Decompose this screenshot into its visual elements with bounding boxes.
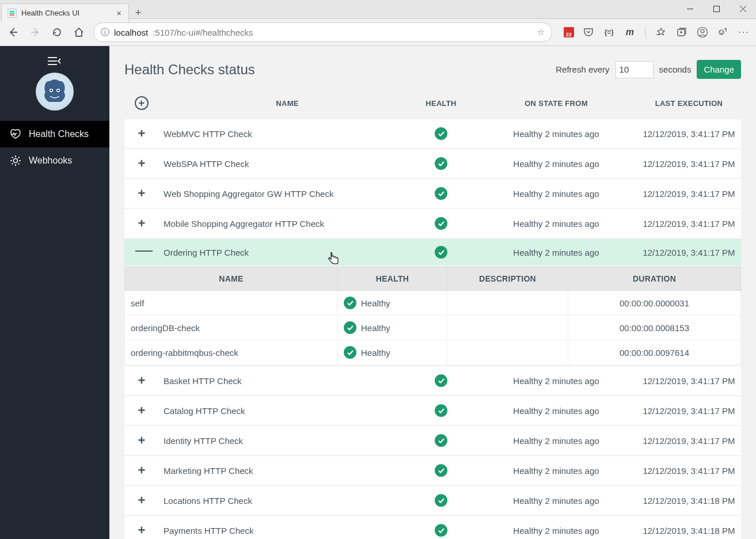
expand-icon[interactable]: + xyxy=(135,463,148,478)
detail-duration: 00:00:00.0000031 xyxy=(568,291,741,316)
svg-rect-1 xyxy=(713,6,719,12)
refresh-interval-input[interactable] xyxy=(616,61,654,78)
sidebar-toggle-button[interactable] xyxy=(0,53,109,73)
tab-close-icon[interactable]: × xyxy=(116,8,121,18)
detail-row: orderingDB-checkHealthy00:00:00.0008153 xyxy=(125,316,741,340)
detail-health: Healthy xyxy=(361,348,390,358)
detail-row: ordering-rabbitmqbus-checkHealthy00:00:0… xyxy=(125,340,741,365)
nav-refresh-button[interactable] xyxy=(50,25,64,40)
expand-icon[interactable]: + xyxy=(135,156,148,171)
page-title: Health Checks status xyxy=(124,62,255,78)
table-row[interactable]: +Locations HTTP CheckHealthy 2 minutes a… xyxy=(124,486,741,515)
sidebar-item-health-checks[interactable]: Health Checks xyxy=(0,121,109,147)
detail-name: ordering-rabbitmqbus-check xyxy=(125,340,338,365)
table-row[interactable]: +Identity HTTP CheckHealthy 2 minutes ag… xyxy=(124,426,741,455)
collapse-icon[interactable]: — xyxy=(135,247,148,253)
expand-icon[interactable]: + xyxy=(135,216,148,231)
table-row[interactable]: +Web Shopping Aggregator GW HTTP CheckHe… xyxy=(124,179,741,208)
svg-point-10 xyxy=(51,90,52,92)
row-state: Healthy 2 minutes ago xyxy=(476,209,637,238)
ext-braces-icon[interactable]: {=} xyxy=(603,26,616,39)
ext-pocket-icon[interactable] xyxy=(582,26,595,39)
col-exec-header[interactable]: LAST EXECUTION xyxy=(637,88,741,118)
site-info-icon[interactable]: ⓘ xyxy=(101,27,109,38)
row-exec: 12/12/2019, 3:41:18 PM xyxy=(637,486,741,515)
detail-col-header: DESCRIPTION xyxy=(447,267,568,291)
ext-calendar-icon[interactable]: 22 xyxy=(564,27,574,37)
row-state: Healthy 2 minutes ago xyxy=(476,149,637,178)
collections-icon[interactable] xyxy=(675,26,688,39)
table-row[interactable]: —Ordering HTTP CheckHealthy 2 minutes ag… xyxy=(124,239,741,265)
detail-row: selfHealthy00:00:00.0000031 xyxy=(125,291,741,316)
nav-back-button[interactable] xyxy=(6,25,21,40)
row-name: Ordering HTTP Check xyxy=(159,239,407,265)
feedback-icon[interactable] xyxy=(717,26,730,39)
row-name: Mobile Shopping Aggregator HTTP Check xyxy=(159,209,407,238)
detail-panel: NAMEHEALTHDESCRIPTIONDURATIONselfHealthy… xyxy=(124,267,741,365)
sidebar-item-webhooks[interactable]: Webhooks xyxy=(0,147,109,174)
detail-duration: 00:00:00.0008153 xyxy=(568,316,741,340)
window-maximize-button[interactable] xyxy=(703,0,730,17)
expand-icon[interactable]: + xyxy=(135,433,148,448)
sidebar: Health ChecksWebhooks xyxy=(0,46,109,539)
table-row[interactable]: +Mobile Shopping Aggregator HTTP CheckHe… xyxy=(124,209,741,238)
table-row[interactable]: +Payments HTTP CheckHealthy 2 minutes ag… xyxy=(124,516,741,539)
favorites-icon[interactable] xyxy=(655,26,667,39)
address-bar[interactable]: ⓘ localhost:5107/hc-ui#/healthchecks ☆ xyxy=(93,22,552,42)
row-state: Healthy 2 minutes ago xyxy=(476,366,637,395)
check-icon xyxy=(435,246,447,259)
more-icon[interactable]: ··· xyxy=(738,26,750,39)
expand-icon[interactable]: + xyxy=(135,403,148,418)
expand-icon[interactable]: + xyxy=(135,493,148,508)
row-name: Marketing HTTP Check xyxy=(159,456,407,485)
expand-icon[interactable]: + xyxy=(135,186,148,201)
new-tab-button[interactable]: + xyxy=(129,3,147,22)
table-row[interactable]: +Marketing HTTP CheckHealthy 2 minutes a… xyxy=(124,456,741,485)
url-path: :5107/hc-ui#/healthchecks xyxy=(153,28,253,37)
change-button[interactable]: Change xyxy=(697,60,741,79)
nav-forward-button[interactable] xyxy=(28,25,43,40)
row-exec: 12/12/2019, 3:41:17 PM xyxy=(637,239,741,265)
col-health-header[interactable]: HEALTH xyxy=(407,88,476,118)
check-icon xyxy=(435,464,447,477)
check-icon xyxy=(344,346,356,359)
expand-icon[interactable]: + xyxy=(135,126,148,141)
browser-tab[interactable]: Health Checks UI × xyxy=(1,3,129,22)
check-icon xyxy=(435,434,447,447)
tab-favicon xyxy=(7,9,17,18)
detail-health: Healthy xyxy=(361,323,390,333)
window-close-button[interactable] xyxy=(730,0,756,17)
row-exec: 12/12/2019, 3:41:18 PM xyxy=(637,516,741,539)
bookmark-star-icon[interactable]: ☆ xyxy=(537,27,545,37)
row-state: Healthy 2 minutes ago xyxy=(476,239,637,265)
window-minimize-button[interactable] xyxy=(677,0,703,17)
healthchecks-table: + NAME HEALTH ON STATE FROM LAST EXECUTI… xyxy=(124,87,741,539)
col-name-header[interactable]: NAME xyxy=(159,88,407,118)
col-expand-header[interactable]: + xyxy=(124,88,159,118)
detail-col-header: HEALTH xyxy=(338,267,447,291)
row-name: Basket HTTP Check xyxy=(159,366,407,395)
row-exec: 12/12/2019, 3:41:17 PM xyxy=(637,149,741,178)
detail-name: orderingDB-check xyxy=(125,316,338,340)
nav-home-button[interactable] xyxy=(71,25,86,40)
detail-desc xyxy=(447,291,568,316)
detail-name: self xyxy=(125,291,338,316)
row-state: Healthy 2 minutes ago xyxy=(476,486,637,515)
table-row[interactable]: +Basket HTTP CheckHealthy 2 minutes ago1… xyxy=(124,366,741,395)
ext-m-icon[interactable]: m xyxy=(624,26,636,39)
profile-icon[interactable] xyxy=(696,26,709,39)
row-exec: 12/12/2019, 3:41:17 PM xyxy=(637,456,741,485)
col-state-header[interactable]: ON STATE FROM xyxy=(476,88,637,118)
table-row[interactable]: +WebSPA HTTP CheckHealthy 2 minutes ago1… xyxy=(124,149,741,178)
gear-icon xyxy=(9,154,22,167)
expand-icon[interactable]: + xyxy=(135,523,148,538)
page-content[interactable]: Health Checks status Refresh every secon… xyxy=(109,46,756,539)
check-icon xyxy=(435,187,447,200)
detail-duration: 00:00:00.0097614 xyxy=(568,340,741,365)
table-row[interactable]: +Catalog HTTP CheckHealthy 2 minutes ago… xyxy=(124,396,741,425)
table-row[interactable]: +WebMVC HTTP CheckHealthy 2 minutes ago1… xyxy=(124,119,741,148)
detail-health: Healthy xyxy=(361,298,390,308)
row-name: Web Shopping Aggregator GW HTTP Check xyxy=(159,179,407,208)
expand-icon[interactable]: + xyxy=(135,373,148,388)
check-icon xyxy=(435,494,447,507)
